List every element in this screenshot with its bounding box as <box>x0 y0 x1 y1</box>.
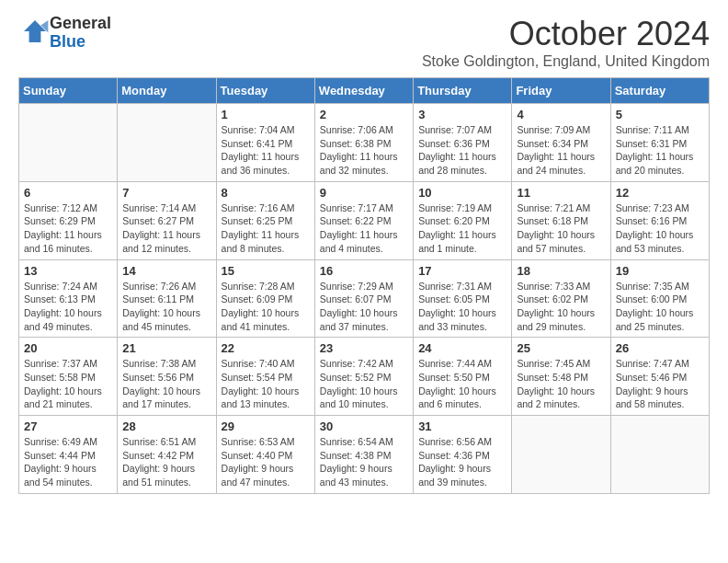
calendar-cell: 29Sunrise: 6:53 AM Sunset: 4:40 PM Dayli… <box>216 416 314 494</box>
day-number: 28 <box>122 419 210 433</box>
calendar-cell: 23Sunrise: 7:42 AM Sunset: 5:52 PM Dayli… <box>314 338 413 416</box>
calendar-cell: 19Sunrise: 7:35 AM Sunset: 6:00 PM Dayli… <box>610 259 709 338</box>
day-of-week-header: Friday <box>512 78 610 104</box>
day-info: Sunrise: 7:19 AM Sunset: 6:20 PM Dayligh… <box>418 201 506 256</box>
day-info: Sunrise: 7:45 AM Sunset: 5:48 PM Dayligh… <box>517 357 605 411</box>
page-header: General Blue October 2024 Stoke Goldingt… <box>18 15 710 70</box>
calendar-cell: 28Sunrise: 6:51 AM Sunset: 4:42 PM Dayli… <box>118 416 216 494</box>
day-info: Sunrise: 7:33 AM Sunset: 6:02 PM Dayligh… <box>517 280 605 334</box>
svg-marker-0 <box>24 20 46 42</box>
calendar-cell: 2Sunrise: 7:06 AM Sunset: 6:38 PM Daylig… <box>314 104 413 182</box>
calendar-cell: 16Sunrise: 7:29 AM Sunset: 6:07 PM Dayli… <box>314 259 413 338</box>
calendar-cell: 14Sunrise: 7:26 AM Sunset: 6:11 PM Dayli… <box>118 259 216 338</box>
day-number: 12 <box>616 186 704 200</box>
day-number: 15 <box>222 264 310 278</box>
day-info: Sunrise: 7:09 AM Sunset: 6:34 PM Dayligh… <box>517 123 605 178</box>
day-of-week-header: Sunday <box>19 78 118 104</box>
day-number: 9 <box>320 186 408 200</box>
calendar-cell <box>19 104 118 182</box>
day-info: Sunrise: 7:23 AM Sunset: 6:16 PM Dayligh… <box>616 201 704 256</box>
calendar-cell: 1Sunrise: 7:04 AM Sunset: 6:41 PM Daylig… <box>216 104 314 182</box>
day-number: 3 <box>418 108 506 121</box>
calendar-cell: 30Sunrise: 6:54 AM Sunset: 4:38 PM Dayli… <box>314 416 413 494</box>
day-info: Sunrise: 7:44 AM Sunset: 5:50 PM Dayligh… <box>418 357 506 411</box>
day-number: 27 <box>24 419 112 433</box>
day-number: 5 <box>616 108 704 121</box>
day-info: Sunrise: 7:26 AM Sunset: 6:11 PM Dayligh… <box>122 280 210 334</box>
day-number: 10 <box>418 186 506 200</box>
day-info: Sunrise: 7:40 AM Sunset: 5:54 PM Dayligh… <box>222 357 310 411</box>
calendar-cell: 18Sunrise: 7:33 AM Sunset: 6:02 PM Dayli… <box>512 259 610 338</box>
day-number: 19 <box>616 264 704 278</box>
day-number: 8 <box>222 186 310 200</box>
calendar-cell: 17Sunrise: 7:31 AM Sunset: 6:05 PM Dayli… <box>414 259 512 338</box>
day-number: 29 <box>222 419 310 433</box>
calendar-cell <box>512 416 610 494</box>
day-info: Sunrise: 6:51 AM Sunset: 4:42 PM Dayligh… <box>122 435 210 489</box>
day-info: Sunrise: 7:04 AM Sunset: 6:41 PM Dayligh… <box>222 123 310 178</box>
calendar-week-row: 20Sunrise: 7:37 AM Sunset: 5:58 PM Dayli… <box>19 338 710 416</box>
day-number: 26 <box>616 341 704 355</box>
day-number: 13 <box>24 264 112 278</box>
day-number: 18 <box>517 264 605 278</box>
calendar-table: SundayMondayTuesdayWednesdayThursdayFrid… <box>18 77 710 494</box>
calendar-cell: 27Sunrise: 6:49 AM Sunset: 4:44 PM Dayli… <box>19 416 118 494</box>
logo-blue-text: Blue <box>50 32 85 51</box>
calendar-week-row: 27Sunrise: 6:49 AM Sunset: 4:44 PM Dayli… <box>19 416 710 494</box>
calendar-cell <box>610 416 709 494</box>
calendar-cell: 25Sunrise: 7:45 AM Sunset: 5:48 PM Dayli… <box>512 338 610 416</box>
day-of-week-header: Saturday <box>610 78 709 104</box>
day-number: 20 <box>24 341 112 355</box>
day-number: 24 <box>418 341 506 355</box>
calendar-cell: 9Sunrise: 7:17 AM Sunset: 6:22 PM Daylig… <box>314 181 413 259</box>
calendar-cell: 11Sunrise: 7:21 AM Sunset: 6:18 PM Dayli… <box>512 181 610 259</box>
calendar-cell: 15Sunrise: 7:28 AM Sunset: 6:09 PM Dayli… <box>216 259 314 338</box>
calendar-cell: 3Sunrise: 7:07 AM Sunset: 6:36 PM Daylig… <box>414 104 512 182</box>
calendar-week-row: 6Sunrise: 7:12 AM Sunset: 6:29 PM Daylig… <box>19 181 710 259</box>
calendar-cell: 22Sunrise: 7:40 AM Sunset: 5:54 PM Dayli… <box>216 338 314 416</box>
day-number: 6 <box>24 186 112 200</box>
calendar-cell: 31Sunrise: 6:56 AM Sunset: 4:36 PM Dayli… <box>414 416 512 494</box>
day-number: 11 <box>517 186 605 200</box>
calendar-cell: 20Sunrise: 7:37 AM Sunset: 5:58 PM Dayli… <box>19 338 118 416</box>
day-info: Sunrise: 7:24 AM Sunset: 6:13 PM Dayligh… <box>24 280 112 334</box>
logo-general-text: General <box>50 14 111 32</box>
calendar-cell: 10Sunrise: 7:19 AM Sunset: 6:20 PM Dayli… <box>414 181 512 259</box>
day-info: Sunrise: 7:11 AM Sunset: 6:31 PM Dayligh… <box>616 123 704 178</box>
calendar-cell: 7Sunrise: 7:14 AM Sunset: 6:27 PM Daylig… <box>118 181 216 259</box>
calendar-cell: 6Sunrise: 7:12 AM Sunset: 6:29 PM Daylig… <box>19 181 118 259</box>
day-number: 30 <box>320 419 408 433</box>
day-number: 14 <box>122 264 210 278</box>
calendar-cell: 12Sunrise: 7:23 AM Sunset: 6:16 PM Dayli… <box>610 181 709 259</box>
day-number: 21 <box>122 341 210 355</box>
calendar-cell: 8Sunrise: 7:16 AM Sunset: 6:25 PM Daylig… <box>216 181 314 259</box>
calendar-header-row: SundayMondayTuesdayWednesdayThursdayFrid… <box>19 78 710 104</box>
location-subtitle: Stoke Goldington, England, United Kingdo… <box>422 53 710 70</box>
title-block: October 2024 Stoke Goldington, England, … <box>422 15 710 70</box>
day-number: 1 <box>222 108 310 121</box>
calendar-cell: 13Sunrise: 7:24 AM Sunset: 6:13 PM Dayli… <box>19 259 118 338</box>
day-number: 2 <box>320 108 408 121</box>
day-info: Sunrise: 7:06 AM Sunset: 6:38 PM Dayligh… <box>320 123 408 178</box>
day-number: 7 <box>122 186 210 200</box>
day-info: Sunrise: 6:56 AM Sunset: 4:36 PM Dayligh… <box>418 435 506 489</box>
calendar-cell: 4Sunrise: 7:09 AM Sunset: 6:34 PM Daylig… <box>512 104 610 182</box>
day-of-week-header: Tuesday <box>216 78 314 104</box>
day-number: 25 <box>517 341 605 355</box>
day-number: 31 <box>418 419 506 433</box>
day-info: Sunrise: 7:47 AM Sunset: 5:46 PM Dayligh… <box>616 357 704 411</box>
day-info: Sunrise: 7:07 AM Sunset: 6:36 PM Dayligh… <box>418 123 506 178</box>
day-info: Sunrise: 6:49 AM Sunset: 4:44 PM Dayligh… <box>24 435 112 489</box>
day-info: Sunrise: 7:42 AM Sunset: 5:52 PM Dayligh… <box>320 357 408 411</box>
day-info: Sunrise: 7:29 AM Sunset: 6:07 PM Dayligh… <box>320 280 408 334</box>
calendar-cell <box>118 104 216 182</box>
calendar-cell: 5Sunrise: 7:11 AM Sunset: 6:31 PM Daylig… <box>610 104 709 182</box>
day-info: Sunrise: 6:54 AM Sunset: 4:38 PM Dayligh… <box>320 435 408 489</box>
month-title: October 2024 <box>422 15 710 53</box>
logo-icon <box>20 17 50 46</box>
day-info: Sunrise: 7:31 AM Sunset: 6:05 PM Dayligh… <box>418 280 506 334</box>
day-of-week-header: Monday <box>118 78 216 104</box>
day-info: Sunrise: 7:35 AM Sunset: 6:00 PM Dayligh… <box>616 280 704 334</box>
day-number: 4 <box>517 108 605 121</box>
logo: General Blue <box>18 15 111 52</box>
